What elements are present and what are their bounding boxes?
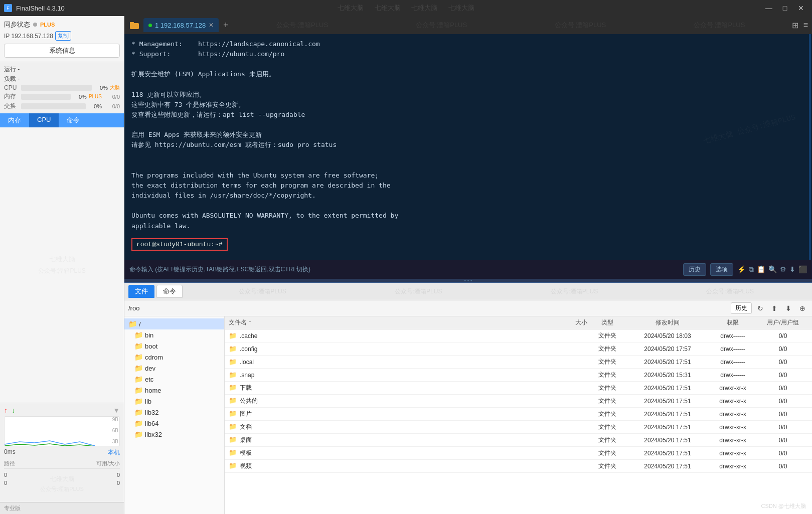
table-row[interactable]: 📁.snap 文件夹 2024/05/20 15:31 drwx------ 0… bbox=[225, 369, 812, 382]
lightning-icon[interactable]: ⚡ bbox=[737, 265, 746, 274]
sidebar-tab-cpu[interactable]: CPU bbox=[29, 113, 59, 127]
mem-percent: 0% bbox=[73, 94, 87, 100]
tree-item-bin[interactable]: 📁 bin bbox=[124, 329, 224, 340]
file-wm4: 公众号:湮箱PLUS bbox=[706, 287, 754, 296]
history-button[interactable]: 历史 bbox=[683, 263, 706, 276]
chart-label-9b: 9B bbox=[112, 417, 118, 422]
tree-item-home[interactable]: 📁 home bbox=[124, 385, 224, 396]
grid-view-button[interactable]: ⊞ bbox=[790, 21, 800, 30]
tree-label-lib32: lib32 bbox=[145, 409, 158, 416]
titlebar: F FinalShell 4.3.10 七维大脑 七维大脑 七维大脑 七维大脑 … bbox=[0, 0, 812, 16]
file-type: 文件夹 bbox=[587, 436, 627, 444]
folder-icon-home: 📁 bbox=[134, 386, 143, 394]
copy-ip-button[interactable]: 复制 bbox=[55, 31, 71, 41]
file-folder-icon: 📁 bbox=[229, 436, 237, 443]
upload-icon[interactable]: ⬆ bbox=[769, 303, 780, 314]
file-folder-icon: 📁 bbox=[229, 410, 237, 417]
folder-icon-cdrom: 📁 bbox=[134, 353, 143, 361]
refresh-icon[interactable]: ↻ bbox=[755, 303, 766, 314]
col-header-mtime[interactable]: 修改时间 bbox=[627, 318, 708, 327]
session-tab-close[interactable]: ✕ bbox=[209, 22, 214, 29]
window-controls: — □ ✕ bbox=[762, 3, 808, 13]
table-row[interactable]: 📁模板 文件夹 2024/05/20 17:51 drwxr-xr-x 0/0 bbox=[225, 447, 812, 460]
col-header-size[interactable]: 大小 bbox=[547, 318, 587, 327]
disk-section: 路径 可用/大小 七维大脑 公众号:湮箱PLUS 0 0 bbox=[4, 459, 120, 499]
tree-item-lib32[interactable]: 📁 lib32 bbox=[124, 407, 224, 418]
terminal[interactable]: * Management: https://landscape.canonica… bbox=[124, 34, 812, 260]
folder-icon-button[interactable] bbox=[126, 18, 142, 32]
window-icon[interactable]: ⬛ bbox=[798, 265, 807, 274]
file-browser: 📁 / 📁 bin 📁 boot 📁 cdrom bbox=[124, 316, 812, 514]
tree-item-etc[interactable]: 📁 etc bbox=[124, 374, 224, 385]
file-download-icon[interactable]: ⬇ bbox=[783, 303, 794, 314]
file-type: 文件夹 bbox=[587, 462, 627, 470]
swap-label: 交换 bbox=[4, 102, 19, 110]
table-row[interactable]: 📁.config 文件夹 2024/05/20 17:57 drwx------… bbox=[225, 342, 812, 356]
file-perm: drwxr-xr-x bbox=[708, 463, 758, 470]
file-mtime: 2024/05/20 15:31 bbox=[627, 372, 708, 379]
options-button[interactable]: 选项 bbox=[710, 263, 733, 276]
col-header-type[interactable]: 类型 bbox=[587, 318, 627, 327]
file-name: 📁.snap bbox=[229, 371, 547, 379]
table-row[interactable]: 📁桌面 文件夹 2024/05/20 17:51 drwxr-xr-x 0/0 bbox=[225, 434, 812, 447]
scrollbar[interactable] bbox=[809, 34, 811, 260]
file-history-button[interactable]: 历史 bbox=[731, 302, 752, 314]
file-type: 文件夹 bbox=[587, 358, 627, 366]
chart-line-download bbox=[5, 444, 95, 446]
expand-arrow-icon[interactable]: ▼ bbox=[113, 406, 120, 414]
paste-icon[interactable]: 📋 bbox=[757, 265, 765, 274]
copy-icon[interactable]: ⧉ bbox=[749, 265, 754, 274]
sync-label: 同步状态 bbox=[4, 20, 30, 29]
col-header-user[interactable]: 用户/用户组 bbox=[758, 318, 808, 327]
sidebar-tab-command[interactable]: 命令 bbox=[59, 113, 88, 127]
new-folder-icon[interactable]: ⊕ bbox=[797, 303, 808, 314]
app-icon: F bbox=[4, 4, 12, 12]
tree-item-lib64[interactable]: 📁 lib64 bbox=[124, 418, 224, 429]
table-row[interactable]: 📁公共的 文件夹 2024/05/20 17:51 drwxr-xr-x 0/0 bbox=[225, 395, 812, 408]
table-row[interactable]: 📁视频 文件夹 2024/05/20 17:51 drwxr-xr-x 0/0 bbox=[225, 460, 812, 473]
col-header-perm[interactable]: 权限 bbox=[708, 318, 758, 327]
download-icon[interactable]: ⬇ bbox=[789, 265, 795, 274]
file-type: 文件夹 bbox=[587, 345, 627, 353]
tree-item-libx32[interactable]: 📁 libx32 bbox=[124, 429, 224, 440]
table-row[interactable]: 📁.cache 文件夹 2024/05/20 18:03 drwx------ … bbox=[225, 329, 812, 342]
settings-icon[interactable]: ⚙ bbox=[780, 265, 786, 274]
tree-item-dev[interactable]: 📁 dev bbox=[124, 363, 224, 374]
file-name: 📁下载 bbox=[229, 384, 547, 392]
tree-item-cdrom[interactable]: 📁 cdrom bbox=[124, 352, 224, 363]
file-tab-files[interactable]: 文件 bbox=[128, 285, 154, 298]
maximize-button[interactable]: □ bbox=[778, 3, 792, 13]
sysinfo-button[interactable]: 系统信息 bbox=[4, 44, 120, 58]
disk-path-header: 路径 bbox=[4, 460, 15, 467]
disk-row-3: 0 0 bbox=[4, 479, 120, 487]
file-user: 0/0 bbox=[758, 346, 808, 353]
sidebar-tab-memory[interactable]: 内存 bbox=[0, 113, 29, 127]
session-tab-1[interactable]: 1 192.168.57.128 ✕ bbox=[143, 18, 219, 32]
minimize-button[interactable]: — bbox=[762, 3, 776, 13]
tree-item-boot[interactable]: 📁 boot bbox=[124, 340, 224, 352]
tab-bar: 1 192.168.57.128 ✕ + 公众号:湮箱PLUS 公众号:湮箱PL… bbox=[124, 16, 812, 34]
cmd-hint: 命令输入 (按ALT键提示历史,TAB键路径,ESC键返回,双击CTRL切换) bbox=[129, 265, 679, 274]
tree-label-boot: boot bbox=[145, 342, 157, 350]
session-active-dot bbox=[148, 24, 152, 27]
file-user: 0/0 bbox=[758, 372, 808, 379]
file-folder-icon: 📁 bbox=[229, 332, 237, 339]
add-tab-button[interactable]: + bbox=[220, 19, 232, 31]
file-tab-commands[interactable]: 命令 bbox=[156, 285, 183, 298]
tree-item-lib[interactable]: 📁 lib bbox=[124, 396, 224, 407]
file-perm: drwx------ bbox=[708, 372, 758, 379]
col-header-name[interactable]: 文件名 ↑ bbox=[229, 318, 547, 327]
table-row[interactable]: 📁下载 文件夹 2024/05/20 17:51 drwxr-xr-x 0/0 bbox=[225, 382, 812, 395]
close-button[interactable]: ✕ bbox=[794, 3, 808, 13]
table-row[interactable]: 📁文档 文件夹 2024/05/20 17:51 drwxr-xr-x 0/0 bbox=[225, 421, 812, 434]
table-row[interactable]: 📁.local 文件夹 2024/05/20 17:51 drwx------ … bbox=[225, 356, 812, 369]
disk-row-2: 0 0 bbox=[4, 471, 120, 479]
left-wm1: 七维大脑 bbox=[49, 255, 75, 264]
search-icon[interactable]: 🔍 bbox=[768, 265, 777, 274]
file-user: 0/0 bbox=[758, 424, 808, 431]
menu-button[interactable]: ≡ bbox=[801, 21, 810, 30]
local-button[interactable]: 本机 bbox=[108, 448, 120, 457]
file-mtime: 2024/05/20 17:51 bbox=[627, 450, 708, 457]
tree-item-root[interactable]: 📁 / bbox=[124, 318, 224, 329]
table-row[interactable]: 📁图片 文件夹 2024/05/20 17:51 drwxr-xr-x 0/0 bbox=[225, 408, 812, 421]
